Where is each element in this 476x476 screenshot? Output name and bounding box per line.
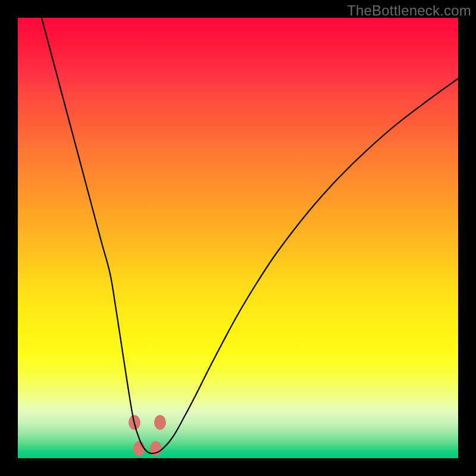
chart-svg bbox=[18, 18, 458, 458]
chart-frame: TheBottleneck.com bbox=[0, 0, 476, 476]
watermark-text: TheBottleneck.com bbox=[347, 2, 471, 19]
chart-marker bbox=[133, 441, 145, 456]
chart-curve bbox=[42, 18, 458, 453]
chart-plot-area bbox=[18, 18, 458, 458]
chart-marker bbox=[154, 415, 166, 430]
